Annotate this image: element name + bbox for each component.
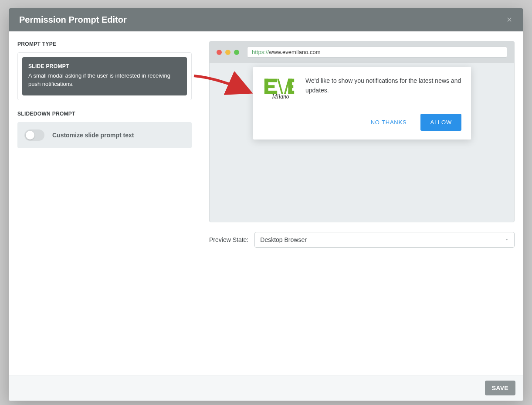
save-button[interactable]: SAVE [485, 381, 515, 395]
notification-actions: NO THANKS ALLOW [263, 114, 461, 131]
customize-toggle-label: Customize slide prompt text [52, 132, 134, 139]
customize-toggle[interactable] [24, 129, 44, 141]
svg-rect-1 [264, 79, 277, 82]
browser-preview: https://www.evemilano.com [209, 41, 515, 222]
svg-rect-5 [288, 79, 295, 82]
window-dot-red [217, 50, 222, 55]
allow-button[interactable]: ALLOW [420, 114, 461, 131]
window-dot-green [234, 50, 239, 55]
toggle-knob [26, 131, 34, 140]
window-dot-yellow [225, 50, 230, 55]
close-button[interactable] [504, 14, 515, 25]
slidedown-section: SLIDEDOWN PROMPT Customize slide prompt … [17, 111, 192, 148]
svg-rect-6 [288, 85, 294, 88]
modal-body: PROMPT TYPE SLIDE PROMPT A small modal a… [9, 31, 523, 375]
preview-state-select[interactable]: Desktop Browser [254, 232, 515, 248]
slidedown-label: SLIDEDOWN PROMPT [17, 111, 192, 117]
preview-state-label: Preview State: [209, 236, 248, 243]
svg-rect-2 [264, 85, 274, 88]
preview-state-row: Preview State: Desktop Browser [209, 232, 515, 248]
preview-state-value: Desktop Browser [260, 236, 307, 243]
no-thanks-button[interactable]: NO THANKS [365, 115, 413, 130]
modal-header: Permission Prompt Editor [9, 8, 523, 31]
permission-prompt-modal: Permission Prompt Editor PROMPT TYPE SLI… [9, 8, 523, 401]
slide-prompt-description: A small modal asking if the user is inte… [28, 72, 181, 88]
chevron-down-icon [505, 238, 509, 242]
customize-toggle-card: Customize slide prompt text [17, 122, 192, 148]
notification-body: Milano We'd like to show you notificatio… [263, 76, 461, 102]
slide-prompt-option[interactable]: SLIDE PROMPT A small modal asking if the… [22, 57, 187, 95]
site-logo: Milano [263, 76, 297, 102]
notification-text: We'd like to show you notifications for … [305, 76, 461, 102]
right-column: https://www.evemilano.com [209, 41, 515, 366]
url-host: www.evemilano.com [269, 49, 321, 55]
browser-chrome-bar: https://www.evemilano.com [210, 41, 514, 63]
left-column: PROMPT TYPE SLIDE PROMPT A small modal a… [17, 41, 192, 366]
prompt-type-card[interactable]: SLIDE PROMPT A small modal asking if the… [17, 52, 192, 100]
modal-title: Permission Prompt Editor [19, 15, 127, 25]
modal-footer: SAVE [9, 375, 523, 401]
url-bar: https://www.evemilano.com [247, 47, 507, 58]
url-protocol: https:// [252, 49, 269, 55]
prompt-type-label: PROMPT TYPE [17, 41, 192, 47]
logo-text: Milano [271, 93, 289, 100]
close-icon [506, 16, 513, 23]
notification-prompt: Milano We'd like to show you notificatio… [253, 67, 471, 140]
slide-prompt-title: SLIDE PROMPT [28, 63, 181, 69]
